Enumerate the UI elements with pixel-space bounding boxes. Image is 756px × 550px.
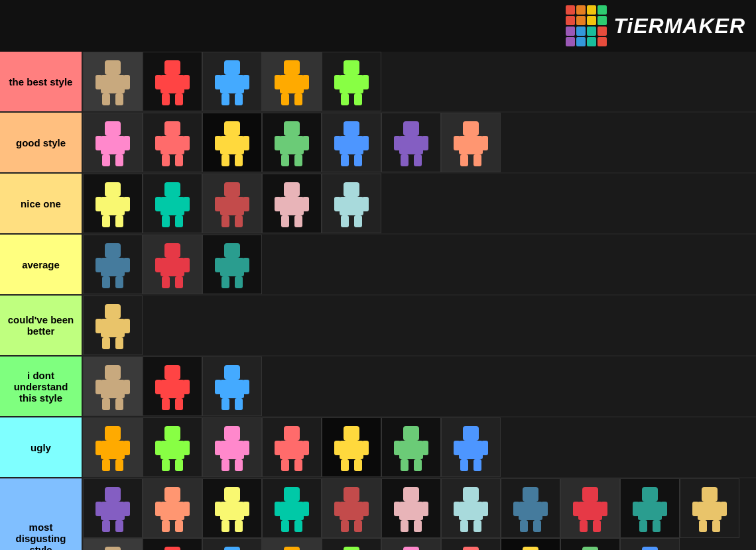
svg-rect-265 xyxy=(473,520,481,532)
svg-rect-209 xyxy=(414,459,422,471)
tier-item[interactable] xyxy=(202,538,262,550)
tier-item[interactable] xyxy=(262,52,322,111)
tier-item[interactable] xyxy=(83,357,143,416)
svg-rect-155 xyxy=(164,365,180,380)
svg-rect-181 xyxy=(175,459,183,471)
svg-rect-197 xyxy=(344,426,359,441)
svg-rect-134 xyxy=(224,243,240,258)
svg-rect-152 xyxy=(102,398,110,410)
tier-item[interactable] xyxy=(202,235,262,294)
tier-item[interactable] xyxy=(83,538,143,550)
tier-item[interactable] xyxy=(83,52,143,111)
tier-item[interactable] xyxy=(143,357,202,416)
svg-rect-46 xyxy=(183,136,190,150)
svg-rect-293 xyxy=(712,520,720,532)
svg-rect-73 xyxy=(394,136,401,150)
svg-rect-6 xyxy=(115,93,123,105)
tier-item[interactable] xyxy=(322,52,381,111)
tier-item[interactable] xyxy=(143,538,202,550)
tier-item[interactable] xyxy=(262,113,322,172)
svg-rect-283 xyxy=(633,502,639,516)
tier-row-b: nice one xyxy=(0,174,756,235)
tier-item[interactable] xyxy=(202,174,262,233)
tier-row-e: i dont understand this style xyxy=(0,357,756,417)
svg-rect-123 xyxy=(123,258,130,272)
svg-rect-282 xyxy=(638,502,662,520)
svg-rect-150 xyxy=(95,380,102,394)
svg-rect-128 xyxy=(160,258,184,276)
tier-item[interactable] xyxy=(322,417,381,477)
tier-item[interactable] xyxy=(143,417,202,477)
tier-item[interactable] xyxy=(381,113,441,172)
svg-rect-184 xyxy=(220,441,244,459)
svg-rect-78 xyxy=(463,121,479,136)
tier-item[interactable] xyxy=(83,174,143,233)
tier-item[interactable] xyxy=(143,113,202,172)
svg-rect-66 xyxy=(334,136,341,150)
tier-item[interactable] xyxy=(143,235,202,294)
tier-item[interactable] xyxy=(83,417,143,477)
svg-rect-93 xyxy=(160,197,184,215)
tier-item[interactable] xyxy=(322,538,381,550)
tier-item[interactable] xyxy=(262,417,322,477)
tier-item[interactable] xyxy=(322,478,381,538)
tier-row-s: the best style xyxy=(0,52,756,113)
svg-rect-243 xyxy=(281,520,289,532)
tier-item[interactable] xyxy=(83,478,143,538)
tier-item[interactable] xyxy=(501,538,560,550)
svg-rect-277 xyxy=(601,502,607,516)
tier-item[interactable] xyxy=(143,52,202,111)
svg-rect-192 xyxy=(275,441,281,455)
svg-rect-230 xyxy=(175,520,183,532)
tier-item[interactable] xyxy=(262,538,322,550)
svg-rect-137 xyxy=(243,258,249,272)
tier-item[interactable] xyxy=(441,113,501,172)
svg-rect-108 xyxy=(275,197,281,211)
svg-rect-263 xyxy=(481,502,488,516)
tier-item[interactable] xyxy=(83,235,143,294)
tier-item[interactable] xyxy=(143,478,202,538)
tier-item[interactable] xyxy=(202,113,262,172)
svg-rect-1 xyxy=(105,60,121,75)
svg-rect-185 xyxy=(215,441,221,455)
svg-rect-144 xyxy=(123,319,130,333)
tier-item[interactable] xyxy=(441,417,501,477)
svg-rect-68 xyxy=(341,154,349,166)
tier-item[interactable] xyxy=(262,174,322,233)
tier-item[interactable] xyxy=(441,538,501,550)
svg-rect-183 xyxy=(224,426,240,441)
tier-label-d: could've been better xyxy=(0,296,83,355)
svg-rect-236 xyxy=(221,520,229,532)
tier-item[interactable] xyxy=(441,478,501,538)
tier-item[interactable] xyxy=(501,478,560,538)
tier-item[interactable] xyxy=(322,113,381,172)
tier-item[interactable] xyxy=(202,357,262,416)
tier-items-s xyxy=(83,52,756,111)
tier-item[interactable] xyxy=(322,174,381,233)
tier-item[interactable] xyxy=(262,478,322,538)
tier-item[interactable] xyxy=(83,296,143,355)
tier-item[interactable] xyxy=(560,538,620,550)
svg-rect-38 xyxy=(95,136,102,150)
svg-rect-2 xyxy=(101,75,125,93)
tier-item[interactable] xyxy=(381,538,441,550)
svg-rect-285 xyxy=(639,520,647,532)
tier-item[interactable] xyxy=(381,478,441,538)
svg-rect-187 xyxy=(221,459,229,471)
tier-item[interactable] xyxy=(381,417,441,477)
svg-rect-262 xyxy=(454,502,460,516)
svg-rect-241 xyxy=(275,502,281,516)
svg-rect-20 xyxy=(235,93,243,105)
tier-item[interactable] xyxy=(620,538,680,550)
tier-item[interactable] xyxy=(620,478,680,538)
tier-item[interactable] xyxy=(202,52,262,111)
tier-item[interactable] xyxy=(143,174,202,233)
svg-rect-135 xyxy=(220,258,244,276)
tier-item[interactable] xyxy=(83,113,143,172)
svg-rect-276 xyxy=(573,502,580,516)
svg-rect-143 xyxy=(95,319,102,333)
tier-item[interactable] xyxy=(202,417,262,477)
tier-item[interactable] xyxy=(680,478,739,538)
tier-item[interactable] xyxy=(560,478,620,538)
tier-item[interactable] xyxy=(202,478,262,538)
